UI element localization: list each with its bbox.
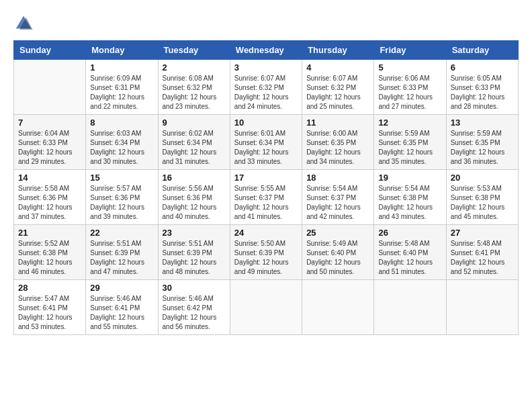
calendar-body: 1Sunrise: 6:09 AMSunset: 6:31 PMDaylight… xyxy=(14,60,519,335)
day-number: 19 xyxy=(378,173,441,183)
calendar-cell: 1Sunrise: 6:09 AMSunset: 6:31 PMDaylight… xyxy=(86,60,158,115)
day-info: Sunrise: 5:48 AMSunset: 6:41 PMDaylight:… xyxy=(451,239,514,277)
calendar-cell: 17Sunrise: 5:55 AMSunset: 6:37 PMDayligh… xyxy=(230,170,302,225)
calendar-cell: 18Sunrise: 5:54 AMSunset: 6:37 PMDayligh… xyxy=(302,170,374,225)
calendar-cell: 9Sunrise: 6:02 AMSunset: 6:34 PMDaylight… xyxy=(158,115,230,170)
weekday-friday: Friday xyxy=(374,41,446,60)
day-info: Sunrise: 5:48 AMSunset: 6:40 PMDaylight:… xyxy=(378,239,441,277)
day-number: 11 xyxy=(306,118,369,128)
calendar-cell xyxy=(302,280,374,335)
page-header xyxy=(13,13,519,34)
calendar-cell: 14Sunrise: 5:58 AMSunset: 6:36 PMDayligh… xyxy=(14,170,86,225)
day-info: Sunrise: 5:52 AMSunset: 6:38 PMDaylight:… xyxy=(18,239,81,277)
day-number: 30 xyxy=(163,283,226,293)
weekday-wednesday: Wednesday xyxy=(230,41,302,60)
weekday-monday: Monday xyxy=(86,41,158,60)
calendar-week-2: 7Sunrise: 6:04 AMSunset: 6:33 PMDaylight… xyxy=(14,115,519,170)
weekday-header-row: SundayMondayTuesdayWednesdayThursdayFrid… xyxy=(14,41,519,60)
day-number: 10 xyxy=(234,118,298,128)
day-info: Sunrise: 5:53 AMSunset: 6:38 PMDaylight:… xyxy=(451,184,514,222)
calendar-cell: 30Sunrise: 5:46 AMSunset: 6:42 PMDayligh… xyxy=(158,280,230,335)
calendar-header: SundayMondayTuesdayWednesdayThursdayFrid… xyxy=(14,41,519,60)
day-number: 21 xyxy=(18,228,81,238)
day-info: Sunrise: 5:54 AMSunset: 6:38 PMDaylight:… xyxy=(378,184,441,222)
day-number: 24 xyxy=(234,228,298,238)
day-number: 9 xyxy=(163,118,226,128)
day-number: 22 xyxy=(90,228,153,238)
logo xyxy=(13,13,36,34)
calendar-cell: 23Sunrise: 5:51 AMSunset: 6:39 PMDayligh… xyxy=(158,225,230,280)
calendar-cell: 26Sunrise: 5:48 AMSunset: 6:40 PMDayligh… xyxy=(374,225,446,280)
day-info: Sunrise: 6:00 AMSunset: 6:35 PMDaylight:… xyxy=(306,129,369,167)
calendar-week-5: 28Sunrise: 5:47 AMSunset: 6:41 PMDayligh… xyxy=(14,280,519,335)
day-number: 14 xyxy=(18,173,81,183)
day-number: 12 xyxy=(378,118,441,128)
weekday-sunday: Sunday xyxy=(14,41,86,60)
day-number: 6 xyxy=(451,62,514,73)
day-number: 2 xyxy=(163,62,226,73)
calendar-cell: 5Sunrise: 6:06 AMSunset: 6:33 PMDaylight… xyxy=(374,60,446,115)
calendar-cell: 2Sunrise: 6:08 AMSunset: 6:32 PMDaylight… xyxy=(158,60,230,115)
day-info: Sunrise: 5:59 AMSunset: 6:35 PMDaylight:… xyxy=(378,129,441,167)
day-info: Sunrise: 6:04 AMSunset: 6:33 PMDaylight:… xyxy=(18,129,81,167)
calendar-week-4: 21Sunrise: 5:52 AMSunset: 6:38 PMDayligh… xyxy=(14,225,519,280)
day-info: Sunrise: 5:50 AMSunset: 6:39 PMDaylight:… xyxy=(234,239,298,277)
calendar-cell: 13Sunrise: 5:59 AMSunset: 6:35 PMDayligh… xyxy=(446,115,518,170)
calendar-cell: 27Sunrise: 5:48 AMSunset: 6:41 PMDayligh… xyxy=(446,225,518,280)
calendar-cell xyxy=(374,280,446,335)
day-info: Sunrise: 5:51 AMSunset: 6:39 PMDaylight:… xyxy=(163,239,226,277)
weekday-tuesday: Tuesday xyxy=(158,41,230,60)
day-number: 28 xyxy=(18,283,81,293)
day-number: 29 xyxy=(90,283,153,293)
calendar-week-3: 14Sunrise: 5:58 AMSunset: 6:36 PMDayligh… xyxy=(14,170,519,225)
day-number: 25 xyxy=(306,228,369,238)
calendar-cell: 4Sunrise: 6:07 AMSunset: 6:32 PMDaylight… xyxy=(302,60,374,115)
calendar-cell: 11Sunrise: 6:00 AMSunset: 6:35 PMDayligh… xyxy=(302,115,374,170)
day-info: Sunrise: 5:54 AMSunset: 6:37 PMDaylight:… xyxy=(306,184,369,222)
calendar-cell: 20Sunrise: 5:53 AMSunset: 6:38 PMDayligh… xyxy=(446,170,518,225)
day-info: Sunrise: 5:59 AMSunset: 6:35 PMDaylight:… xyxy=(451,129,514,167)
day-info: Sunrise: 6:08 AMSunset: 6:32 PMDaylight:… xyxy=(163,74,226,111)
calendar-cell: 19Sunrise: 5:54 AMSunset: 6:38 PMDayligh… xyxy=(374,170,446,225)
weekday-saturday: Saturday xyxy=(446,41,518,60)
day-number: 3 xyxy=(234,62,298,73)
day-info: Sunrise: 5:47 AMSunset: 6:41 PMDaylight:… xyxy=(18,294,81,332)
day-number: 20 xyxy=(451,173,514,183)
calendar-cell: 25Sunrise: 5:49 AMSunset: 6:40 PMDayligh… xyxy=(302,225,374,280)
day-info: Sunrise: 6:02 AMSunset: 6:34 PMDaylight:… xyxy=(163,129,226,167)
day-info: Sunrise: 6:07 AMSunset: 6:32 PMDaylight:… xyxy=(234,74,298,111)
calendar-cell xyxy=(230,280,302,335)
calendar-cell: 15Sunrise: 5:57 AMSunset: 6:36 PMDayligh… xyxy=(86,170,158,225)
day-number: 17 xyxy=(234,173,298,183)
calendar-cell xyxy=(446,280,518,335)
day-number: 8 xyxy=(90,118,153,128)
day-number: 7 xyxy=(18,118,81,128)
calendar-cell: 22Sunrise: 5:51 AMSunset: 6:39 PMDayligh… xyxy=(86,225,158,280)
day-info: Sunrise: 5:49 AMSunset: 6:40 PMDaylight:… xyxy=(306,239,369,277)
day-number: 23 xyxy=(163,228,226,238)
calendar-cell: 28Sunrise: 5:47 AMSunset: 6:41 PMDayligh… xyxy=(14,280,86,335)
day-number: 16 xyxy=(163,173,226,183)
day-info: Sunrise: 6:06 AMSunset: 6:33 PMDaylight:… xyxy=(378,74,441,111)
day-number: 15 xyxy=(90,173,153,183)
day-info: Sunrise: 5:57 AMSunset: 6:36 PMDaylight:… xyxy=(90,184,153,222)
day-info: Sunrise: 5:55 AMSunset: 6:37 PMDaylight:… xyxy=(234,184,298,222)
calendar-cell: 21Sunrise: 5:52 AMSunset: 6:38 PMDayligh… xyxy=(14,225,86,280)
calendar-table: SundayMondayTuesdayWednesdayThursdayFrid… xyxy=(13,40,519,335)
calendar-cell: 7Sunrise: 6:04 AMSunset: 6:33 PMDaylight… xyxy=(14,115,86,170)
day-info: Sunrise: 6:01 AMSunset: 6:34 PMDaylight:… xyxy=(234,129,298,167)
day-info: Sunrise: 5:46 AMSunset: 6:41 PMDaylight:… xyxy=(90,294,153,332)
calendar-cell xyxy=(14,60,86,115)
day-info: Sunrise: 6:09 AMSunset: 6:31 PMDaylight:… xyxy=(90,74,153,111)
day-info: Sunrise: 6:05 AMSunset: 6:33 PMDaylight:… xyxy=(451,74,514,111)
calendar-cell: 16Sunrise: 5:56 AMSunset: 6:36 PMDayligh… xyxy=(158,170,230,225)
day-info: Sunrise: 5:46 AMSunset: 6:42 PMDaylight:… xyxy=(163,294,226,332)
calendar-week-1: 1Sunrise: 6:09 AMSunset: 6:31 PMDaylight… xyxy=(14,60,519,115)
calendar-cell: 3Sunrise: 6:07 AMSunset: 6:32 PMDaylight… xyxy=(230,60,302,115)
day-number: 5 xyxy=(378,62,441,73)
weekday-thursday: Thursday xyxy=(302,41,374,60)
day-number: 13 xyxy=(451,118,514,128)
calendar-cell: 24Sunrise: 5:50 AMSunset: 6:39 PMDayligh… xyxy=(230,225,302,280)
calendar-cell: 8Sunrise: 6:03 AMSunset: 6:34 PMDaylight… xyxy=(86,115,158,170)
day-number: 1 xyxy=(90,62,153,73)
